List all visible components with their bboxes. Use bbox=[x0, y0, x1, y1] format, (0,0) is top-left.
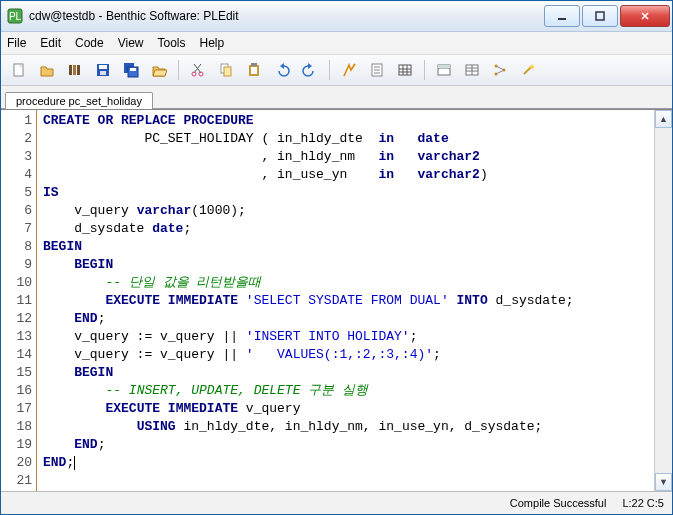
line-number-gutter: 12345678910111213141516171819202122 bbox=[1, 110, 37, 491]
status-compile: Compile Successful bbox=[510, 497, 607, 509]
line-number: 18 bbox=[1, 418, 32, 436]
menu-view[interactable]: View bbox=[118, 36, 144, 50]
line-number: 7 bbox=[1, 220, 32, 238]
open-folder-button[interactable] bbox=[147, 58, 171, 82]
code-line[interactable]: , in_hldy_nm in varchar2 bbox=[43, 148, 650, 166]
svg-rect-15 bbox=[130, 68, 136, 71]
code-line[interactable]: BEGIN bbox=[43, 256, 650, 274]
line-number: 5 bbox=[1, 184, 32, 202]
line-number: 21 bbox=[1, 472, 32, 490]
svg-rect-24 bbox=[251, 63, 257, 66]
svg-rect-3 bbox=[596, 12, 604, 20]
menu-edit[interactable]: Edit bbox=[40, 36, 61, 50]
line-number: 8 bbox=[1, 238, 32, 256]
scroll-up-button[interactable]: ▲ bbox=[655, 110, 672, 128]
svg-rect-21 bbox=[224, 67, 231, 76]
line-number: 15 bbox=[1, 364, 32, 382]
new-button[interactable] bbox=[7, 58, 31, 82]
close-button[interactable] bbox=[620, 5, 670, 27]
svg-rect-23 bbox=[251, 67, 257, 74]
svg-rect-12 bbox=[100, 71, 106, 75]
line-number: 13 bbox=[1, 328, 32, 346]
vertical-scrollbar[interactable]: ▲ ▼ bbox=[654, 110, 672, 491]
menu-tools[interactable]: Tools bbox=[158, 36, 186, 50]
code-line[interactable]: v_query varchar(1000); bbox=[43, 202, 650, 220]
code-line[interactable]: PC_SET_HOLIDAY ( in_hldy_dte in date bbox=[43, 130, 650, 148]
code-line[interactable]: BEGIN bbox=[43, 364, 650, 382]
paste-button[interactable] bbox=[242, 58, 266, 82]
line-number: 9 bbox=[1, 256, 32, 274]
code-line[interactable]: USING in_hldy_dte, in_hldy_nm, in_use_yn… bbox=[43, 418, 650, 436]
tree-button[interactable] bbox=[488, 58, 512, 82]
line-number: 10 bbox=[1, 274, 32, 292]
status-cursor-pos: L:22 C:5 bbox=[622, 497, 664, 509]
scroll-down-button[interactable]: ▼ bbox=[655, 473, 672, 491]
toolbar-separator bbox=[329, 60, 330, 80]
code-line[interactable]: -- INSERT, UPDATE, DELETE 구분 실행 bbox=[43, 382, 650, 400]
code-line[interactable]: , in_use_yn in varchar2) bbox=[43, 166, 650, 184]
line-number: 20 bbox=[1, 454, 32, 472]
table-button[interactable] bbox=[393, 58, 417, 82]
maximize-button[interactable] bbox=[582, 5, 618, 27]
copy-button[interactable] bbox=[214, 58, 238, 82]
menu-code[interactable]: Code bbox=[75, 36, 104, 50]
line-number: 1 bbox=[1, 112, 32, 130]
code-line[interactable]: d_sysdate date; bbox=[43, 220, 650, 238]
svg-rect-36 bbox=[438, 65, 450, 68]
redo-button[interactable] bbox=[298, 58, 322, 82]
app-icon: PL bbox=[7, 8, 23, 24]
statusbar: Compile Successful L:22 C:5 bbox=[1, 491, 672, 514]
line-number: 3 bbox=[1, 148, 32, 166]
tabbar: procedure pc_set_holiday bbox=[1, 86, 672, 109]
code-line[interactable]: v_query := v_query || ' VALUES(:1,:2,:3,… bbox=[43, 346, 650, 364]
library-button[interactable] bbox=[63, 58, 87, 82]
svg-rect-29 bbox=[399, 65, 411, 75]
code-area[interactable]: CREATE OR REPLACE PROCEDURE PC_SET_HOLID… bbox=[37, 110, 654, 491]
line-number: 2 bbox=[1, 130, 32, 148]
wand-button[interactable] bbox=[516, 58, 540, 82]
undo-button[interactable] bbox=[270, 58, 294, 82]
line-number: 12 bbox=[1, 310, 32, 328]
record-button[interactable] bbox=[432, 58, 456, 82]
window-title: cdw@testdb - Benthic Software: PLEdit bbox=[29, 9, 544, 23]
code-line[interactable]: EXECUTE IMMEDIATE v_query bbox=[43, 400, 650, 418]
line-number: 14 bbox=[1, 346, 32, 364]
code-line[interactable]: EXECUTE IMMEDIATE 'SELECT SYSDATE FROM D… bbox=[43, 292, 650, 310]
line-number: 6 bbox=[1, 202, 32, 220]
save-button[interactable] bbox=[91, 58, 115, 82]
code-line[interactable]: END; bbox=[43, 310, 650, 328]
svg-rect-9 bbox=[77, 65, 80, 75]
svg-rect-11 bbox=[99, 65, 107, 69]
menubar: File Edit Code View Tools Help bbox=[1, 32, 672, 55]
svg-rect-7 bbox=[69, 65, 72, 75]
code-line[interactable]: CREATE OR REPLACE PROCEDURE bbox=[43, 112, 650, 130]
minimize-button[interactable] bbox=[544, 5, 580, 27]
save-all-button[interactable] bbox=[119, 58, 143, 82]
app-window: PL cdw@testdb - Benthic Software: PLEdit… bbox=[0, 0, 673, 515]
menu-help[interactable]: Help bbox=[200, 36, 225, 50]
props-button[interactable] bbox=[460, 58, 484, 82]
code-line[interactable]: IS bbox=[43, 184, 650, 202]
cut-button[interactable] bbox=[186, 58, 210, 82]
titlebar: PL cdw@testdb - Benthic Software: PLEdit bbox=[1, 1, 672, 32]
code-line[interactable]: END; bbox=[43, 436, 650, 454]
code-line[interactable]: BEGIN bbox=[43, 238, 650, 256]
code-line[interactable]: v_query := v_query || 'INSERT INTO HOLID… bbox=[43, 328, 650, 346]
line-number: 19 bbox=[1, 436, 32, 454]
open-button[interactable] bbox=[35, 58, 59, 82]
line-number: 4 bbox=[1, 166, 32, 184]
code-line[interactable]: END; bbox=[43, 454, 650, 472]
window-buttons bbox=[544, 5, 670, 27]
menu-file[interactable]: File bbox=[7, 36, 26, 50]
line-number: 16 bbox=[1, 382, 32, 400]
line-number: 11 bbox=[1, 292, 32, 310]
svg-rect-8 bbox=[73, 65, 76, 75]
line-number: 17 bbox=[1, 400, 32, 418]
script-button[interactable] bbox=[365, 58, 389, 82]
code-line[interactable]: -- 단일 값을 리턴받을때 bbox=[43, 274, 650, 292]
toolbar bbox=[1, 55, 672, 86]
svg-text:PL: PL bbox=[9, 11, 22, 22]
code-editor[interactable]: 12345678910111213141516171819202122 CREA… bbox=[1, 109, 672, 491]
tab-procedure[interactable]: procedure pc_set_holiday bbox=[5, 92, 153, 109]
execute-button[interactable] bbox=[337, 58, 361, 82]
